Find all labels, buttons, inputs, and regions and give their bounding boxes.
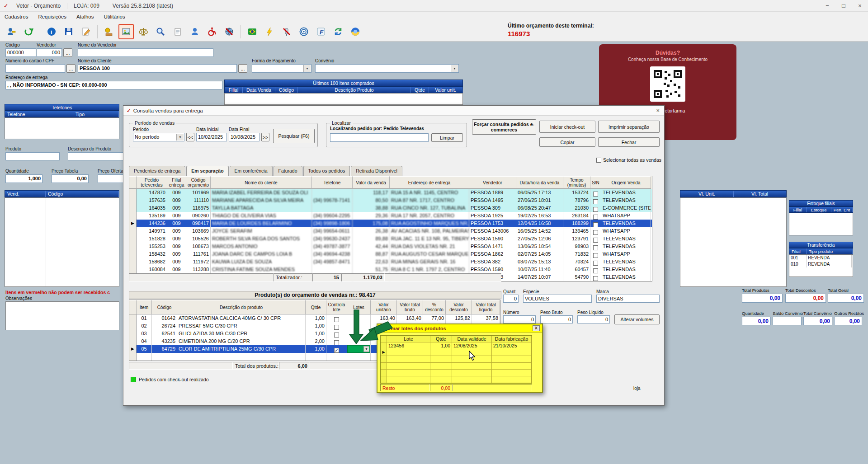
browser-icon[interactable] (348, 24, 363, 39)
lightning-icon[interactable] (262, 24, 277, 39)
recycle-icon[interactable] (21, 24, 36, 39)
data-final-field[interactable]: 10/08/2025 (229, 133, 259, 141)
imprimir-separacao-button[interactable]: Imprimir separação (598, 121, 660, 133)
menu-item[interactable]: Utilitários (104, 14, 125, 19)
target-icon[interactable] (296, 24, 311, 39)
order-row[interactable]: 157635009111110MARIANE APARECIDA DA SILV… (129, 197, 652, 204)
sn-checkbox[interactable] (593, 268, 598, 273)
tab-3[interactable]: Em conferência (230, 166, 273, 176)
controla-lote-checkbox[interactable]: ✓ (334, 348, 339, 353)
transferencia-row[interactable]: 001REVENDA (789, 255, 853, 261)
marca-field[interactable]: DIVERSAS (596, 295, 660, 303)
search-icon[interactable] (153, 24, 168, 39)
lote-row[interactable] (381, 363, 532, 370)
estoque-grid[interactable] (789, 213, 853, 235)
sn-checkbox[interactable] (593, 222, 598, 227)
sn-checkbox[interactable] (593, 207, 598, 212)
controla-lote-checkbox[interactable] (334, 317, 339, 322)
endereco-field[interactable]: , , NÃO INFORMADO - SN CEP: 00.000-000 (5, 81, 222, 89)
forcar-consulta-button[interactable]: Forçar consulta pedidos e-commerces (472, 119, 536, 135)
dialog-close-icon[interactable]: × (656, 107, 660, 114)
forma-pagamento-select[interactable] (252, 64, 311, 73)
copiar-button[interactable]: Copiar (539, 137, 595, 147)
convenio-select[interactable] (315, 64, 459, 73)
sn-checkbox[interactable] (593, 199, 598, 204)
image-icon[interactable] (118, 24, 134, 39)
quant-field[interactable]: 0 (503, 295, 519, 303)
codigo-field[interactable]: 000000 (5, 48, 36, 57)
order-row[interactable]: 155253009108673MARCOS ANTONIO(34) 49787-… (129, 243, 652, 250)
info-icon[interactable]: i (44, 24, 59, 39)
menu-item[interactable]: Cadastros (5, 14, 28, 19)
iniciar-checkout-button[interactable]: Iniciar check-out (539, 121, 595, 133)
brazil-flag-icon[interactable] (245, 24, 260, 39)
lote-row[interactable] (381, 370, 532, 376)
tab-2[interactable]: Em separação (186, 166, 228, 176)
minimize-button[interactable]: − (819, 0, 835, 11)
controla-lote-checkbox[interactable] (334, 333, 339, 337)
vendedor-lookup-button[interactable]: ... (63, 48, 72, 57)
sn-checkbox[interactable] (593, 276, 598, 281)
edit-icon[interactable] (78, 24, 94, 39)
f-logo-icon[interactable]: F (313, 24, 329, 39)
sync-icon[interactable] (330, 24, 346, 39)
controla-lote-checkbox[interactable] (334, 340, 339, 345)
order-row[interactable]: 151828009105526ROBERTH SILVA REGA DOS SA… (129, 235, 652, 243)
customer-icon[interactable] (187, 24, 203, 39)
cartao-lookup-button[interactable]: ... (66, 64, 75, 73)
periodo-select[interactable]: No período (133, 133, 184, 141)
balance-icon[interactable] (136, 24, 151, 39)
peso-liquido-field[interactable]: 0 (577, 315, 610, 323)
tab-4[interactable]: Faturado (274, 166, 302, 176)
product-row[interactable]: 0101642ATORVASTATINA CALCICA 40MG C/ 30 … (129, 314, 500, 322)
cliente-lookup-button[interactable]: ... (238, 64, 247, 73)
lotes-dropdown[interactable]: ▼ (347, 345, 370, 353)
telefones-grid[interactable] (5, 117, 119, 139)
order-row[interactable]: 160084009113288CRISTINA FATIME SOUZA MEN… (129, 266, 652, 273)
cartao-field[interactable] (5, 64, 65, 73)
lote-row[interactable]: 1234561,0012/08/202521/10/2025 (381, 342, 532, 349)
order-row[interactable]: 158432009111761JOANA DARC DE CAMPOS LOIA… (129, 250, 652, 258)
transferencia-grid[interactable]: 001REVENDA010REVENDA (789, 254, 853, 277)
sn-checkbox[interactable] (593, 238, 598, 243)
wheelchair-icon[interactable] (204, 24, 220, 39)
select-all-checkbox[interactable] (596, 158, 601, 163)
order-row[interactable]: 147870009101969MARIA IZABEL FERREIRA DE … (129, 189, 652, 197)
tab-5[interactable]: Todos os pedidos (303, 166, 350, 176)
vendedor-field[interactable]: 000 (37, 48, 62, 57)
tab-6[interactable]: Retirada Disponível (351, 166, 402, 176)
items-grid-right[interactable] (680, 197, 787, 287)
lote-row[interactable]: ▶ (381, 349, 532, 356)
localizar-input[interactable] (330, 133, 429, 142)
quantidade-field[interactable]: 1,000 (5, 174, 42, 183)
sn-checkbox[interactable] (593, 245, 598, 250)
order-row[interactable]: 135189009090260THIAGO DE OLIVEIRA VIAS(3… (129, 212, 652, 220)
sn-checkbox[interactable] (593, 192, 598, 197)
preco-oferta-field[interactable] (98, 174, 125, 183)
save-icon[interactable] (61, 24, 76, 39)
next-period-button[interactable]: >> (261, 133, 269, 141)
prev-period-button[interactable]: << (186, 133, 194, 141)
sn-checkbox[interactable] (593, 261, 598, 266)
payment-icon[interactable] (101, 24, 117, 39)
menu-item[interactable]: Atalhos (76, 14, 94, 19)
clipboard-icon[interactable] (170, 24, 185, 39)
data-inicial-field[interactable]: 10/02/2025 (196, 133, 227, 141)
maximize-button[interactable]: □ (835, 0, 852, 11)
tab-1[interactable]: Pendentes de entrega (129, 166, 185, 176)
nome-cliente-field[interactable]: PESSOA 100 (78, 64, 237, 73)
sn-checkbox[interactable] (593, 253, 598, 258)
ultimos-itens-grid[interactable] (224, 93, 463, 105)
alterar-volumes-button[interactable]: Alterar volumes (614, 314, 660, 324)
sn-checkbox[interactable] (593, 215, 598, 220)
controla-lote-checkbox[interactable] (334, 325, 339, 330)
fechar-button[interactable]: Fechar (598, 137, 660, 147)
order-row[interactable]: 149971009103669JOYCE SERAFIM(34) 99654-0… (129, 227, 652, 235)
menu-item[interactable]: Requisições (38, 14, 66, 19)
transferencia-row[interactable]: 010REVENDA (789, 261, 853, 267)
nome-vendedor-field[interactable] (78, 48, 213, 57)
observacoes-field[interactable] (5, 301, 119, 330)
close-button[interactable]: × (852, 0, 868, 11)
limpar-button[interactable]: Limpar (431, 133, 463, 142)
pesquisar-button[interactable]: Pesquisar (F6) (273, 129, 315, 143)
